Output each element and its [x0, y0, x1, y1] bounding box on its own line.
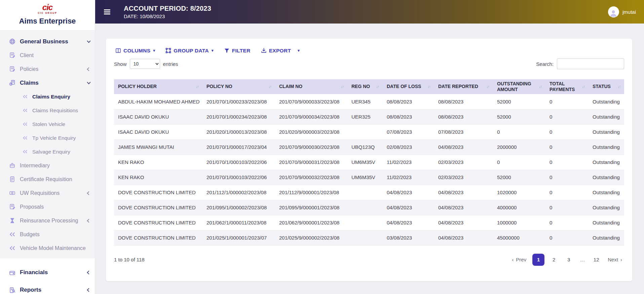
chevron-down-icon	[87, 80, 90, 84]
sidebar-item-certificate-requisition[interactable]: Certificate Requisition	[0, 172, 95, 186]
column-header-status[interactable]: STATUS↓↑	[589, 79, 624, 94]
brand-subtext: CIC GROUP	[0, 12, 95, 14]
table-row: KEN RAKO201/070/1/000103/2022/06201/070/…	[114, 155, 624, 170]
column-header-reg-no[interactable]: REG NO↓↑	[347, 79, 383, 94]
table-row: DOVE CONSTRUCTION LIMITED201/062/1/00001…	[114, 215, 624, 230]
cell-policy-holder: JAMES MWANGI MUTAI	[114, 139, 202, 155]
export-button[interactable]: EXPORT	[261, 47, 291, 54]
cell-claim-no: 201/020/9/000003/2023/08	[275, 124, 347, 139]
page-button-12[interactable]: 12	[591, 254, 602, 265]
sidebar-item-general-business[interactable]: General Business	[0, 35, 95, 48]
table-header-row: POLICY HOLDER↓↑POLICY NO↓↑CLAIM NO↓↑REG …	[114, 79, 624, 94]
caret-down-icon: ▾	[153, 48, 155, 53]
sidebar-item-stolen-vehicle[interactable]: Stolen Vehicle	[0, 117, 95, 131]
header-date: DATE: 10/08/2023	[124, 13, 211, 19]
sidebar-item-budgets[interactable]: Budgets	[0, 227, 95, 241]
sort-icon[interactable]: ↓↑	[341, 84, 344, 89]
double-chevron-icon	[22, 94, 28, 99]
cell-date-of-loss: 04/08/2023	[383, 185, 434, 200]
cell-status: Outstanding	[589, 185, 624, 200]
sort-icon[interactable]: ↓↑	[539, 84, 542, 89]
sidebar-item-tp-vehicle-enquiry[interactable]: Tp Vehicle Enquiry	[0, 131, 95, 145]
sort-icon[interactable]: ↓↑	[582, 84, 585, 89]
cell-status: Outstanding	[589, 170, 624, 185]
columns-button[interactable]: COLUMNS ▾	[115, 47, 155, 54]
page-button-2[interactable]: 2	[548, 254, 559, 265]
sidebar-item-policies[interactable]: Policies	[0, 62, 95, 76]
sort-icon[interactable]: ↓↑	[196, 84, 199, 89]
chevron-left-icon	[87, 191, 90, 195]
cell-reg-no	[347, 215, 383, 230]
column-header-claim-no[interactable]: CLAIM NO↓↑	[275, 79, 347, 94]
cell-policy-no: 201/070/1/000017/2023/04	[202, 139, 275, 155]
sort-icon[interactable]: ↓↑	[427, 84, 431, 89]
sidebar-item-client[interactable]: Client	[0, 48, 95, 62]
table-controls: Show 10 entries Search:	[114, 58, 624, 69]
column-header-outstanding-amount[interactable]: OUTSTANDING AMOUNT↓↑	[493, 79, 545, 94]
sort-icon[interactable]: ↓↑	[268, 84, 272, 89]
cell-policy-no: 201/095/1/000002/2023/08	[202, 200, 275, 215]
chevron-left-icon	[87, 270, 90, 274]
banknote-icon	[9, 190, 16, 197]
sidebar-item-reinsurance-processing[interactable]: Reinsurance Processing	[0, 214, 95, 227]
export-icon	[261, 47, 267, 54]
cell-reg-no	[347, 185, 383, 200]
cell-outstanding-amount: 1020000	[493, 185, 545, 200]
cell-total-payments: 0	[545, 94, 589, 109]
column-header-total-payments[interactable]: TOTAL PAYMENTS↓↑	[545, 79, 589, 94]
cell-total-payments: 0	[545, 185, 589, 200]
cell-outstanding-amount: 52000	[493, 109, 545, 124]
sidebar-item-intermediary[interactable]: Intermediary	[0, 159, 95, 172]
cell-policy-no: 201/112/1/000002/2023/08	[202, 185, 275, 200]
sort-icon[interactable]: ↓↑	[486, 84, 490, 89]
cell-total-payments: 0	[545, 230, 589, 245]
next-page-button[interactable]: Next›	[606, 255, 624, 264]
sidebar-item-vehicle-model-maintenance[interactable]: Vehicle Model Maintenance	[0, 241, 95, 255]
contract-icon	[9, 203, 16, 210]
sidebar-logo: cic CIC GROUP Aims Enterprise	[0, 0, 95, 31]
cell-claim-no: 201/095/9/000001/2023/08	[275, 200, 347, 215]
page-button-1[interactable]: 1	[532, 254, 544, 266]
cell-date-of-loss: 04/08/2023	[383, 200, 434, 215]
sidebar-item-uw-requisitions[interactable]: UW Requisitions	[0, 186, 95, 200]
sidebar-item-proposals[interactable]: Proposals	[0, 200, 95, 214]
cell-claim-no: 201/112/9/000001/2023/08	[275, 185, 347, 200]
sidebar-item-claims[interactable]: Claims	[0, 76, 95, 90]
caret-down-icon: ▾	[212, 48, 214, 53]
cell-date-of-loss: 11/02/2023	[383, 155, 434, 170]
sidebar-item-claims-requisitions[interactable]: Claims Requisitions	[0, 103, 95, 117]
filter-button[interactable]: FILTER	[224, 47, 251, 54]
search-input[interactable]	[557, 58, 624, 69]
sidebar-item-label: Certificate Requisition	[20, 176, 72, 182]
cell-reg-no	[347, 124, 383, 139]
cell-claim-no: 201/070/9/000033/2023/08	[275, 94, 347, 109]
sort-icon[interactable]: ↓↑	[617, 84, 621, 89]
sidebar-item-financials[interactable]: Financials	[0, 264, 95, 281]
group-data-button[interactable]: GROUP DATA ▾	[165, 47, 213, 54]
sidebar-item-label: Vehicle Model Maintenance	[20, 245, 86, 251]
cell-claim-no: 201/070/9/000031/2023/08	[275, 155, 347, 170]
export-options-button[interactable]: ▾	[297, 48, 300, 53]
column-header-date-of-loss[interactable]: DATE OF LOSS↓↑	[383, 79, 434, 94]
sidebar-item-reports[interactable]: Reports	[0, 281, 95, 294]
sidebar-item-claims-enquiry[interactable]: Claims Enquiry	[0, 90, 95, 103]
menu-toggle-button[interactable]	[103, 7, 112, 17]
cell-policy-no: 201/025/1/000001/2023/07	[202, 230, 275, 245]
contract-icon	[9, 52, 16, 59]
sort-icon[interactable]: ↓↑	[376, 84, 379, 89]
user-menu[interactable]: jmutai	[608, 6, 636, 17]
cell-outstanding-amount: 45000000	[493, 230, 545, 245]
cell-date-of-loss: 02/08/2023	[383, 139, 434, 155]
column-header-policy-holder[interactable]: POLICY HOLDER↓↑	[114, 79, 202, 94]
prev-page-button[interactable]: ‹Prev	[510, 255, 528, 264]
column-label: DATE REPORTED	[438, 84, 478, 90]
cell-claim-no: 201/062/9/000001/2023/08	[275, 215, 347, 230]
cell-policy-holder: ISAAC DAVID OKUKU	[114, 109, 202, 124]
page-size-select[interactable]: 10	[130, 59, 160, 69]
page-button-3[interactable]: 3	[563, 254, 574, 265]
sidebar-item-salvage-enquiry[interactable]: Salvage Enquiry	[0, 145, 95, 159]
sidebar-item-label: Salvage Enquiry	[32, 149, 70, 155]
topbar-text: ACCOUNT PERIOD: 8/2023 DATE: 10/08/2023	[124, 5, 211, 19]
column-header-date-reported[interactable]: DATE REPORTED↓↑	[434, 79, 493, 94]
column-header-policy-no[interactable]: POLICY NO↓↑	[202, 79, 275, 94]
